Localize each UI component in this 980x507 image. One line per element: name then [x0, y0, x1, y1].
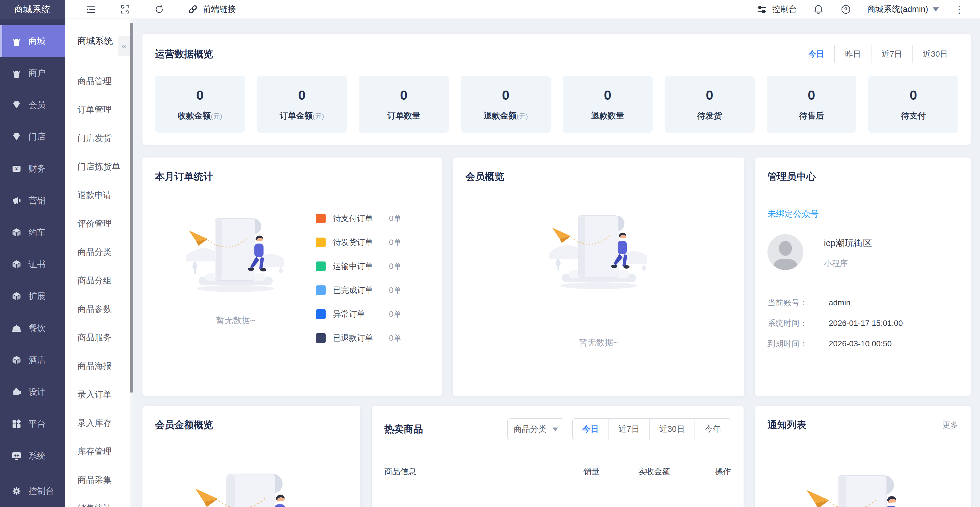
- help-icon[interactable]: ?: [840, 3, 852, 15]
- sidebar-item-label: 营销: [29, 195, 46, 207]
- submenu-item-review-manage[interactable]: 评价管理: [65, 209, 130, 238]
- stat-value: 0: [298, 87, 306, 103]
- filter-yesterday-button[interactable]: 昨日: [834, 45, 871, 63]
- sidebar-item-merchant[interactable]: 商户: [0, 57, 65, 89]
- gem-icon: [11, 132, 22, 142]
- submenu-item-goods-manage[interactable]: 商品管理: [65, 67, 130, 95]
- submenu-item-store-picklist[interactable]: 门店拣货单: [65, 153, 130, 181]
- submenu-item-goods-group[interactable]: 商品分组: [65, 266, 130, 295]
- stat-label-text: 订单金额: [280, 111, 313, 120]
- stat-label: 订单金额(元): [280, 110, 324, 122]
- submenu-item-goods-service[interactable]: 商品服务: [65, 323, 130, 352]
- sidebar-item-hotel[interactable]: 酒店: [0, 344, 65, 376]
- sidebar-item-label: 系统: [29, 450, 46, 462]
- empty-illustration: [181, 211, 290, 297]
- sidebar-item-system[interactable]: ++ 系统: [0, 440, 65, 472]
- submenu-item-goods-params[interactable]: 商品参数: [65, 295, 130, 323]
- submenu-item-goods-collect[interactable]: 商品采集: [65, 466, 130, 494]
- stat-value: 0: [196, 87, 204, 103]
- legend-count: 0单: [389, 333, 401, 343]
- filter-today-button[interactable]: 今日: [573, 419, 609, 440]
- sidebar-item-store[interactable]: 门店: [0, 121, 65, 153]
- submenu-item-goods-category[interactable]: 商品分类: [65, 238, 130, 266]
- megaphone-icon: [11, 195, 22, 206]
- notifications-bell-icon[interactable]: [813, 3, 824, 15]
- sidebar-item-certificate[interactable]: 证书: [0, 248, 65, 280]
- column-goods-info: 商品信息: [384, 466, 566, 477]
- filter-30days-button[interactable]: 近30日: [649, 419, 695, 440]
- primary-sidebar-items: 商城 商户 会员 门店 ¥ 财务 营销 约车 证书: [0, 19, 65, 507]
- submenu-item-goods-poster[interactable]: 商品海报: [65, 352, 130, 380]
- sidebar-item-label: 门店: [29, 131, 46, 143]
- submenu-item-stock-manage[interactable]: 库存管理: [65, 437, 130, 466]
- hot-goods-card: 热卖商品 商品分类 今日 近7日 近30日 今年 商品信息 销量: [372, 406, 743, 507]
- sidebar-item-catering[interactable]: 餐饮: [0, 312, 65, 344]
- sidebar-item-design[interactable]: 设计: [0, 376, 65, 408]
- money-card-icon: ¥: [11, 164, 22, 174]
- filter-30days-button[interactable]: 近30日: [913, 45, 958, 63]
- sidebar-item-extension[interactable]: 扩展: [0, 280, 65, 312]
- sidebar-item-label: 酒店: [29, 354, 46, 366]
- submenu-item-store-delivery[interactable]: 门店发货: [65, 124, 130, 153]
- frontend-link[interactable]: 前端链接: [188, 4, 236, 15]
- sidebar-item-console[interactable]: 控制台: [0, 475, 65, 507]
- stat-unit: (元): [517, 112, 528, 120]
- member-overview-card: 会员概览 暂无数据~: [453, 157, 745, 396]
- legend-swatch: [316, 214, 326, 223]
- sidebar-item-ride[interactable]: 约车: [0, 216, 65, 248]
- filter-7days-button[interactable]: 近7日: [871, 45, 913, 63]
- legend-count: 0单: [389, 309, 401, 319]
- stat-value: 0: [910, 87, 917, 103]
- topbar-right: 控制台 ? 商城系统(admin) ⋮: [756, 3, 980, 15]
- legend-item-shipping: 运输中订单 0单: [316, 261, 401, 272]
- stat-after-sale: 0 待售后: [767, 76, 857, 133]
- expiry-time-row: 到期时间： 2026-03-10 00:50: [767, 340, 958, 348]
- stat-label: 待发货: [697, 110, 722, 122]
- legend-count: 0单: [389, 285, 401, 296]
- empty-illustration: [545, 209, 653, 294]
- notice-list-header: 通知列表 更多: [767, 418, 958, 432]
- sidebar-item-mall[interactable]: 商城: [0, 25, 65, 57]
- more-menu-icon[interactable]: ⋮: [955, 5, 964, 14]
- shop-type: 小程序: [824, 258, 872, 269]
- submenu-item-order-manage[interactable]: 订单管理: [65, 95, 130, 124]
- sidebar-collapse-button[interactable]: «: [118, 36, 130, 56]
- collapse-menu-icon[interactable]: [85, 3, 97, 15]
- sidebar-item-label: 约车: [29, 227, 46, 238]
- avatar-torso-shape: [773, 259, 798, 270]
- sidebar-item-platform[interactable]: 平台: [0, 408, 65, 440]
- sidebar-scrollbar-thumb[interactable]: [130, 23, 133, 393]
- dish-icon: [11, 323, 22, 333]
- submenu-item-enter-stock[interactable]: 录入库存: [65, 409, 130, 437]
- more-link[interactable]: 更多: [942, 420, 958, 431]
- refresh-icon[interactable]: [153, 3, 165, 15]
- hot-goods-table-header: 商品信息 销量 实收金额 操作: [384, 466, 731, 477]
- sidebar-item-label: 商户: [29, 67, 46, 79]
- category-select[interactable]: 商品分类: [508, 418, 564, 440]
- submenu-item-enter-order[interactable]: 录入订单: [65, 380, 130, 409]
- frontend-link-label: 前端链接: [203, 4, 236, 15]
- column-actions: 操作: [691, 466, 731, 477]
- bind-official-account-link[interactable]: 未绑定公众号: [767, 208, 819, 220]
- account-menu[interactable]: 商城系统(admin): [867, 4, 939, 15]
- primary-sidebar: 商城系统 商城 商户 会员 门店 ¥ 财务 营销 约车: [0, 0, 65, 507]
- bag-icon: [11, 36, 22, 46]
- fullscreen-icon[interactable]: [119, 3, 131, 15]
- filter-7days-button[interactable]: 近7日: [609, 419, 649, 440]
- stat-label: 退款数量: [591, 110, 624, 122]
- sidebar-item-marketing[interactable]: 营销: [0, 184, 65, 216]
- sidebar-item-member[interactable]: 会员: [0, 89, 65, 121]
- filter-today-button[interactable]: 今日: [798, 45, 834, 63]
- stat-label: 待支付: [901, 110, 926, 122]
- console-button[interactable]: 控制台: [756, 4, 797, 15]
- stat-value: 0: [604, 87, 611, 103]
- submenu-item-sales-stats[interactable]: 销售统计: [65, 494, 130, 507]
- submenu-item-refund-request[interactable]: 退款申请: [65, 181, 130, 209]
- filter-year-button[interactable]: 今年: [695, 419, 731, 440]
- cube-icon: [11, 291, 22, 301]
- legend-swatch: [316, 261, 326, 271]
- sidebar-item-finance[interactable]: ¥ 财务: [0, 153, 65, 184]
- cube-icon: [11, 227, 22, 238]
- admin-center-card: 管理员中心 未绑定公众号 icp潮玩街区 小程序 当前账号： admin 系: [755, 157, 971, 396]
- sidebar-item-label: 商城: [29, 35, 46, 47]
